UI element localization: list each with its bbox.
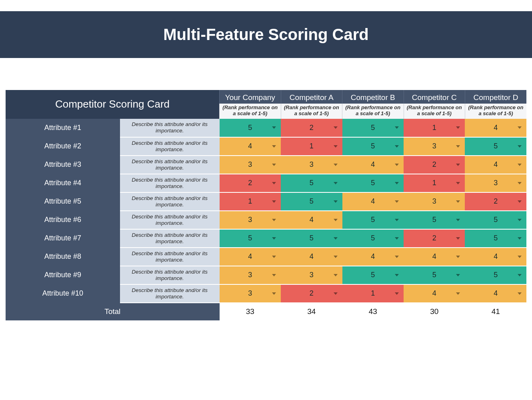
score-cell[interactable]: 3: [220, 211, 281, 229]
score-cell[interactable]: 3: [281, 266, 342, 284]
chevron-down-icon: [272, 145, 276, 148]
attribute-description[interactable]: Describe this attribute and/or its impor…: [120, 284, 220, 303]
table-title: Competitor Scoring Card: [6, 90, 220, 119]
chevron-down-icon: [334, 126, 338, 129]
score-cell[interactable]: 3: [465, 174, 526, 192]
score-cell[interactable]: 5: [404, 266, 465, 284]
score-cell[interactable]: 4: [342, 248, 404, 266]
score-cell[interactable]: 1: [342, 284, 404, 303]
score-cell[interactable]: 4: [465, 284, 526, 303]
score-cell[interactable]: 2: [404, 156, 465, 174]
attribute-description[interactable]: Describe this attribute and/or its impor…: [120, 211, 220, 229]
chevron-down-icon: [395, 292, 399, 295]
score-cell[interactable]: 2: [465, 192, 526, 211]
score-cell[interactable]: 5: [281, 229, 342, 248]
competitor-header: Competitor D: [465, 90, 526, 104]
score-cell[interactable]: 1: [281, 137, 342, 156]
chevron-down-icon: [334, 200, 338, 203]
score-cell[interactable]: 4: [465, 156, 526, 174]
attribute-description[interactable]: Describe this attribute and/or its impor…: [120, 229, 220, 248]
score-cell[interactable]: 2: [220, 174, 281, 192]
attribute-description[interactable]: Describe this attribute and/or its impor…: [120, 192, 220, 211]
score-cell[interactable]: 5: [342, 229, 404, 248]
score-cell[interactable]: 4: [220, 137, 281, 156]
score-cell[interactable]: 4: [342, 156, 404, 174]
score-cell[interactable]: 3: [220, 156, 281, 174]
score-cell[interactable]: 2: [404, 229, 465, 248]
score-cell[interactable]: 4: [465, 248, 526, 266]
table-row: Attribute #10Describe this attribute and…: [6, 284, 526, 303]
score-cell[interactable]: 5: [220, 229, 281, 248]
score-cell[interactable]: 5: [220, 119, 281, 137]
table-row: Attribute #8Describe this attribute and/…: [6, 248, 526, 266]
score-cell[interactable]: 4: [220, 248, 281, 266]
score-cell[interactable]: 5: [465, 211, 526, 229]
table-row: Attribute #5Describe this attribute and/…: [6, 192, 526, 211]
score-cell[interactable]: 3: [404, 192, 465, 211]
chevron-down-icon: [334, 145, 338, 148]
score-cell[interactable]: 2: [281, 284, 342, 303]
table-row: Attribute #3Describe this attribute and/…: [6, 156, 526, 174]
score-cell[interactable]: 5: [281, 174, 342, 192]
chevron-down-icon: [272, 164, 276, 166]
score-cell[interactable]: 5: [342, 174, 404, 192]
competitor-header: Competitor A: [281, 90, 342, 104]
chevron-down-icon: [456, 219, 460, 221]
score-cell[interactable]: 1: [220, 192, 281, 211]
chevron-down-icon: [518, 274, 522, 276]
attribute-description[interactable]: Describe this attribute and/or its impor…: [120, 119, 220, 137]
attribute-label: Attribute #9: [6, 266, 120, 284]
attribute-description[interactable]: Describe this attribute and/or its impor…: [120, 174, 220, 192]
score-cell[interactable]: 5: [342, 266, 404, 284]
score-cell[interactable]: 3: [281, 156, 342, 174]
chevron-down-icon: [334, 182, 338, 184]
score-cell[interactable]: 4: [281, 211, 342, 229]
attribute-label: Attribute #10: [6, 284, 120, 303]
score-cell[interactable]: 1: [404, 119, 465, 137]
score-cell[interactable]: 5: [404, 211, 465, 229]
score-cell[interactable]: 5: [465, 137, 526, 156]
score-cell[interactable]: 1: [404, 174, 465, 192]
chevron-down-icon: [395, 237, 399, 240]
table-row: Attribute #9Describe this attribute and/…: [6, 266, 526, 284]
score-cell[interactable]: 3: [404, 137, 465, 156]
chevron-down-icon: [272, 219, 276, 221]
score-cell[interactable]: 2: [281, 119, 342, 137]
chevron-down-icon: [456, 292, 460, 295]
table-row: Attribute #4Describe this attribute and/…: [6, 174, 526, 192]
chevron-down-icon: [334, 292, 338, 295]
attribute-description[interactable]: Describe this attribute and/or its impor…: [120, 156, 220, 174]
score-cell[interactable]: 4: [342, 192, 404, 211]
score-cell[interactable]: 5: [281, 192, 342, 211]
chevron-down-icon: [395, 274, 399, 276]
attribute-description[interactable]: Describe this attribute and/or its impor…: [120, 137, 220, 156]
chevron-down-icon: [272, 237, 276, 240]
table-row: Attribute #6Describe this attribute and/…: [6, 211, 526, 229]
score-cell[interactable]: 3: [220, 266, 281, 284]
attribute-label: Attribute #1: [6, 119, 120, 137]
chevron-down-icon: [395, 200, 399, 203]
chevron-down-icon: [518, 182, 522, 184]
total-label: Total: [6, 303, 220, 320]
score-cell[interactable]: 4: [404, 248, 465, 266]
score-cell[interactable]: 4: [404, 284, 465, 303]
chevron-down-icon: [456, 237, 460, 240]
score-cell[interactable]: 4: [465, 119, 526, 137]
score-cell[interactable]: 5: [342, 137, 404, 156]
attribute-description[interactable]: Describe this attribute and/or its impor…: [120, 248, 220, 266]
score-cell[interactable]: 5: [465, 229, 526, 248]
score-cell[interactable]: 5: [342, 119, 404, 137]
chevron-down-icon: [272, 292, 276, 295]
score-cell[interactable]: 3: [220, 284, 281, 303]
chevron-down-icon: [456, 256, 460, 258]
chevron-down-icon: [518, 200, 522, 203]
chevron-down-icon: [518, 237, 522, 240]
chevron-down-icon: [272, 274, 276, 276]
attribute-description[interactable]: Describe this attribute and/or its impor…: [120, 266, 220, 284]
rank-hint: (Rank performance on a scale of 1-5): [465, 104, 526, 119]
score-cell[interactable]: 5: [465, 266, 526, 284]
score-cell[interactable]: 5: [342, 211, 404, 229]
chevron-down-icon: [456, 126, 460, 129]
chevron-down-icon: [456, 274, 460, 276]
score-cell[interactable]: 4: [281, 248, 342, 266]
